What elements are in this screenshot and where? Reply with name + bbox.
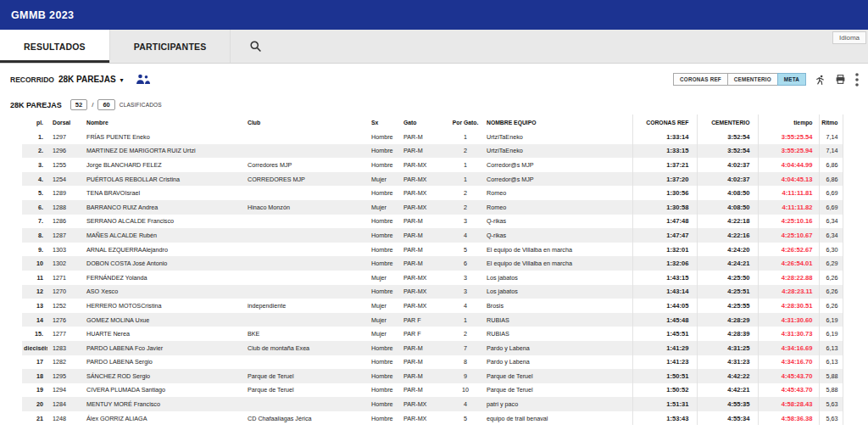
cell-pl: 19 [22, 383, 47, 398]
cell-pl: 14 [22, 313, 47, 327]
cell-gato: PAR-MX [402, 271, 446, 285]
course-dropdown-value: 28K PAREJAS [58, 75, 116, 84]
cell-dorsal: 1295 [47, 369, 85, 383]
table-row[interactable]: 2.1296MARTINEZ DE MARIGORTA RUIZ UrtziHo… [22, 144, 843, 159]
table-row[interactable]: 7.1286SERRANO ALCALDE FranciscoHombrePAR… [22, 215, 843, 229]
cell-club: CORREDORES MJP [246, 172, 370, 187]
cell-cementerio: 4:08:50 [697, 186, 758, 200]
table-row[interactable]: 201284MENTUY MORÉ FranciscoHombrePAR-MX4… [22, 397, 843, 411]
tab-resultados[interactable]: RESULTADOS [0, 30, 110, 63]
cell-pl: 15. [22, 327, 47, 341]
table-row[interactable]: 171282PARDO LABENA SergioHombrePAR-M8Par… [22, 355, 843, 370]
col-club[interactable]: Club [246, 114, 370, 130]
cell-dorsal: 1248 [47, 411, 85, 426]
cell-por-gato: 6 [446, 256, 485, 271]
table-row[interactable]: 15.1277HUARTE NereaBKEMujerPAR F2RUBIAS1… [22, 327, 843, 341]
cell-gato: PAR-MX [402, 172, 446, 187]
table-row[interactable]: 9.1303ARNAL EZQUERRAAlejandroHombrePAR-M… [22, 243, 843, 257]
cell-pl: 21 [22, 411, 47, 426]
checkpoint-cementerio-button[interactable]: CEMENTERIO [727, 73, 778, 86]
cell-coronas-ref: 1:50:52 [632, 383, 697, 398]
col-tiempo[interactable]: tiempo [758, 114, 819, 130]
runner-button[interactable] [814, 74, 826, 86]
col-sx[interactable]: Sx [370, 114, 402, 130]
table-row[interactable]: dieciséis.1283PARDO LABENA Fco JavierClu… [22, 341, 843, 355]
course-dropdown[interactable]: RECORRIDO 28K PAREJAS ▾ [10, 75, 124, 84]
cell-gato: PAR-M [402, 256, 446, 271]
table-row[interactable]: 131252HERRERO MOTOSCristinaindependiente… [22, 299, 843, 313]
col-ritmo[interactable]: Ritmo [819, 114, 843, 130]
tab-participantes[interactable]: PARTICIPANTES [110, 30, 231, 63]
col-nombre[interactable]: Nombre [85, 114, 246, 130]
col-dorsal[interactable]: Dorsal [47, 114, 85, 130]
cell-nombre: MENTUY MORÉ Francisco [85, 397, 246, 411]
cell-club: Corredores MJP [246, 158, 370, 172]
col-nombre-equipo[interactable]: NOMBRE EQUIPO [485, 114, 632, 130]
cell-nombre-equipo: UrtziTaEneko [485, 130, 632, 144]
table-row[interactable]: 191294CIVERA PLUMADA SantiagoParque de T… [22, 383, 843, 398]
search-button[interactable] [231, 30, 280, 63]
cell-tiempo: 4:25:10.16 [758, 215, 819, 229]
more-menu-button[interactable] [854, 73, 860, 87]
table-row[interactable]: 181295SÁNCHEZ ROD SergioParque de Teruel… [22, 369, 843, 383]
cell-por-gato: 5 [446, 243, 485, 257]
col-cementerio[interactable]: CEMENTERIO [697, 114, 758, 130]
table-row[interactable]: 1.1297FRÍAS PUENTE EnekoHombrePAR-M1Urtz… [22, 130, 843, 144]
col-por-gato[interactable]: Por Gato. [446, 114, 485, 130]
cell-nombre-equipo: Romeo [485, 186, 632, 200]
cell-ritmo: 6,26 [819, 271, 843, 285]
cell-coronas-ref: 1:45:48 [632, 313, 697, 327]
cell-sx: Hombre [370, 243, 402, 257]
cell-gato: PAR-MX [402, 397, 446, 411]
table-row[interactable]: 101302DOBON COSTA José AntonioHombrePAR-… [22, 256, 843, 271]
cell-cementerio: 4:22:16 [697, 228, 758, 243]
cell-nombre-equipo: Pardo y Labena [485, 341, 632, 355]
language-button[interactable]: Idioma [832, 31, 866, 44]
col-pl[interactable]: pl. [22, 114, 47, 130]
table-row[interactable]: 211248Álex GORRIZ ALIAGACD Chafaaliagas … [22, 411, 843, 426]
cell-nombre: PUÉRTOLAS REBOLLAR Cristina [85, 172, 246, 187]
print-button[interactable] [834, 74, 847, 85]
cell-sx: Hombre [370, 383, 402, 398]
category-title: 28K PAREJAS [10, 101, 62, 109]
cell-tiempo: 4:11:11.81 [758, 186, 819, 200]
cell-nombre: HERRERO MOTOSCristina [85, 299, 246, 313]
col-coronas-ref[interactable]: CORONAS REF [632, 114, 697, 130]
cell-nombre-equipo: equipo de trail benaval [485, 411, 632, 426]
cell-coronas-ref: 1:32:06 [632, 256, 697, 271]
cell-coronas-ref: 1:45:51 [632, 327, 697, 341]
checkpoint-coronas-ref-button[interactable]: CORONAS REF [673, 73, 728, 86]
cell-por-gato: 1 [446, 130, 485, 144]
table-row[interactable]: 8.1287MAÑES ALCALDE RubénHombrePAR-M4Q-r… [22, 228, 843, 243]
cell-tiempo: 4:26:54.01 [758, 256, 819, 271]
table-row[interactable]: 141276GOMEZ MOLINA UxueMujerPAR F1RUBIAS… [22, 313, 843, 327]
table-row[interactable]: 121270ASO XescoHombrePAR-MX3Los jabatos1… [22, 285, 843, 299]
cell-dorsal: 1276 [47, 313, 85, 327]
cell-coronas-ref: 1:47:47 [632, 228, 697, 243]
cell-gato: PAR-MX [402, 299, 446, 313]
cell-dorsal: 1297 [47, 130, 85, 144]
cell-tiempo: 4:25:10.67 [758, 228, 819, 243]
app-header: GMMB 2023 [0, 0, 868, 30]
cell-pl: 17 [22, 355, 47, 370]
cell-pl: 18 [22, 369, 47, 383]
col-gato[interactable]: Gato [402, 114, 446, 130]
search-icon [249, 40, 262, 53]
table-row[interactable]: 111271FERNÁNDEZ YolandaMujerPAR-MX3Los j… [22, 271, 843, 285]
table-row[interactable]: 6.1288BARRANCO RUIZ AndreaHinaco MonzónM… [22, 200, 843, 215]
cell-cementerio: 4:25:50 [697, 271, 758, 285]
checkpoint-meta-button[interactable]: META [777, 73, 806, 86]
cell-sx: Mujer [370, 299, 402, 313]
cell-sx: Mujer [370, 200, 402, 215]
table-row[interactable]: 3.1255Jorge BLANCHARD FELEZCorredores MJ… [22, 158, 843, 172]
cell-dorsal: 1277 [47, 327, 85, 341]
cell-sx: Hombre [370, 144, 402, 159]
cell-cementerio: 4:31:23 [697, 355, 758, 370]
table-row[interactable]: 5.1289TENA BRAVOIsraelHombrePAR-MX2Romeo… [22, 186, 843, 200]
cell-ritmo: 5,88 [819, 369, 843, 383]
cell-sx: Mujer [370, 271, 402, 285]
cell-pl: 4. [22, 172, 47, 187]
table-row[interactable]: 4.1254PUÉRTOLAS REBOLLAR CristinaCORREDO… [22, 172, 843, 187]
cell-ritmo: 6,34 [819, 228, 843, 243]
cell-sx: Hombre [370, 411, 402, 426]
